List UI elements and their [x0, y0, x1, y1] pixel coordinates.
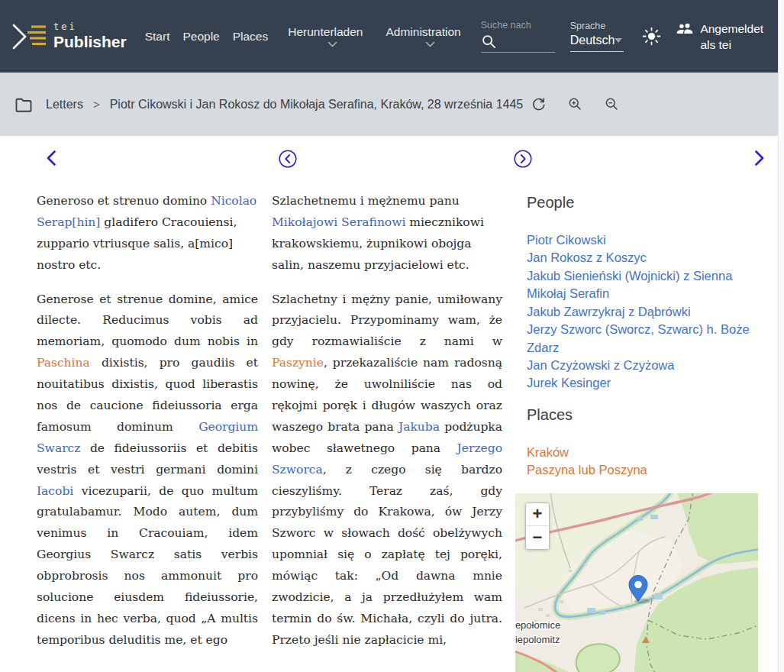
- text-run: , z czego się bardzo cieszyliśmy. Teraz …: [272, 463, 502, 647]
- people-list: Piotr CikowskiJan Rokosz z KoszycJakub S…: [515, 231, 758, 393]
- search-icon[interactable]: [481, 34, 497, 50]
- person-link[interactable]: Jerzy Szworc (Sworcz, Szwarc) h. Boże Zd…: [527, 321, 758, 357]
- nav-people[interactable]: People: [182, 30, 219, 44]
- paragraph: Generoso et strenuo domino Nicolao Serap…: [37, 191, 258, 276]
- person-link[interactable]: Jakuba: [398, 420, 440, 434]
- users-icon: [676, 23, 693, 34]
- text-run: Szlachetnemu i mężnemu panu: [272, 194, 460, 208]
- place-link[interactable]: Paszynie: [272, 356, 324, 370]
- search-field: Suche nach: [481, 20, 555, 53]
- zoom-in-button[interactable]: [567, 96, 583, 112]
- previous-document-button[interactable]: [42, 148, 62, 168]
- map-place-label: iepołomice: [515, 619, 560, 631]
- place-link[interactable]: Paszyna lub Poszyna: [527, 461, 758, 479]
- text-run: Szlachetny i mężny panie, umiłowany przy…: [272, 292, 502, 349]
- map-zoom-in-button[interactable]: +: [526, 503, 549, 526]
- place-link[interactable]: Kraków: [527, 444, 758, 461]
- person-link[interactable]: Jan Rokosz z Koszyc: [527, 249, 758, 267]
- account-line1: Angemeldet: [700, 21, 763, 37]
- person-link[interactable]: Mikołajowi Serafinowi: [272, 215, 405, 229]
- sidebar: People Piotr CikowskiJan Rokosz z Koszyc…: [515, 191, 758, 672]
- topbar: tei Publisher Start People Places Herunt…: [0, 0, 778, 73]
- next-page-button[interactable]: [512, 148, 534, 170]
- polish-text-column: Szlachetnemu i mężnemu panu Mikołajowi S…: [272, 191, 502, 664]
- caret-down-icon: [615, 38, 622, 43]
- paragraph: Szlachetny i mężny panie, umiłowany przy…: [272, 289, 502, 651]
- search-label: Suche nach: [481, 20, 555, 31]
- breadcrumb-bar: Letters > Piotr Cikowski i Jan Rokosz do…: [0, 73, 778, 136]
- map-zoom-control: + −: [525, 502, 550, 550]
- map[interactable]: iepołomice liepolomitz + −: [515, 493, 758, 672]
- document-title: Piotr Cikowski i Jan Rokosz do Mikołaja …: [110, 98, 524, 111]
- content-area: Generoso et strenuo domino Nicolao Serap…: [0, 191, 778, 672]
- next-document-button[interactable]: [749, 148, 769, 168]
- account-status[interactable]: Angemeldet als tei: [676, 21, 763, 53]
- text-run: vicezuparii, de quo multum gratulabamur.…: [37, 484, 258, 647]
- folder-icon: [14, 95, 34, 115]
- nav-administration[interactable]: Administration: [386, 25, 460, 47]
- breadcrumb-collection[interactable]: Letters: [46, 98, 83, 111]
- previous-page-button[interactable]: [277, 148, 298, 170]
- pagination-row: [0, 148, 778, 171]
- account-line2: als tei: [700, 37, 763, 53]
- paragraph: Szlachetnemu i mężnemu panu Mikołajowi S…: [272, 191, 502, 276]
- text-run: Generose et strenue domine, amice dilect…: [37, 292, 258, 349]
- nav-start[interactable]: Start: [145, 30, 170, 44]
- people-heading: People: [515, 194, 758, 212]
- person-link[interactable]: Jurek Kesinger: [527, 374, 758, 392]
- search-row: [481, 33, 555, 53]
- toolbar: [531, 96, 620, 112]
- map-place-label: liepolomitz: [515, 634, 560, 645]
- person-link[interactable]: Iacobi: [37, 484, 73, 498]
- map-canvas: iepołomice liepolomitz: [515, 493, 758, 672]
- text-run: Generoso et strenuo domino: [37, 194, 211, 208]
- nav-herunterladen[interactable]: Herunterladen: [288, 25, 363, 47]
- language-value: Deutsch: [570, 34, 615, 47]
- logo-publisher-text: Publisher: [53, 33, 127, 51]
- logo-text: tei Publisher: [53, 21, 127, 51]
- person-link[interactable]: Mikołaj Serafin: [527, 285, 758, 302]
- language-label: Sprache: [570, 21, 624, 31]
- person-link[interactable]: Piotr Cikowski: [527, 231, 758, 249]
- person-link[interactable]: Jakub Zawrzykraj z Dąbrówki: [527, 303, 758, 321]
- person-link[interactable]: Jakub Sienieński (Wojnicki) z Sienna: [527, 267, 758, 285]
- main-nav: Start People Places Herunterladen Admini…: [145, 25, 464, 47]
- tei-publisher-logo[interactable]: tei Publisher: [11, 20, 127, 53]
- account-text: Angemeldet als tei: [700, 21, 763, 53]
- latin-text-column: Generoso et strenuo domino Nicolao Serap…: [37, 191, 258, 664]
- logo-tei-text: tei: [53, 21, 127, 32]
- breadcrumb-separator: >: [93, 98, 100, 111]
- place-link[interactable]: Paschina: [37, 356, 90, 370]
- scrollbar[interactable]: [778, 0, 784, 672]
- nav-herunterladen-label: Herunterladen: [288, 25, 363, 39]
- language-select[interactable]: Sprache Deutsch: [570, 21, 624, 52]
- reload-button[interactable]: [531, 96, 547, 112]
- paragraph: Generose et strenue domine, amice dilect…: [37, 289, 258, 651]
- map-zoom-out-button[interactable]: −: [526, 526, 549, 549]
- zoom-out-button[interactable]: [604, 96, 620, 112]
- search-input[interactable]: [500, 35, 555, 50]
- sun-icon: [642, 27, 661, 46]
- chevron-down-icon: [425, 41, 435, 47]
- person-link[interactable]: Jan Czyżowski z Czyżowa: [527, 357, 758, 374]
- nav-places[interactable]: Places: [233, 30, 269, 44]
- logo-icon: [11, 20, 49, 53]
- places-heading: Places: [515, 406, 758, 424]
- places-list: KrakówPaszyna lub Poszyna: [515, 444, 758, 480]
- theme-toggle-button[interactable]: [642, 27, 661, 46]
- language-row: Deutsch: [570, 34, 624, 52]
- nav-administration-label: Administration: [386, 25, 460, 39]
- tei-publisher-app: tei Publisher Start People Places Herunt…: [0, 0, 778, 672]
- chevron-down-icon: [327, 41, 337, 47]
- document-view: Generoso et strenuo domino Nicolao Serap…: [0, 148, 778, 672]
